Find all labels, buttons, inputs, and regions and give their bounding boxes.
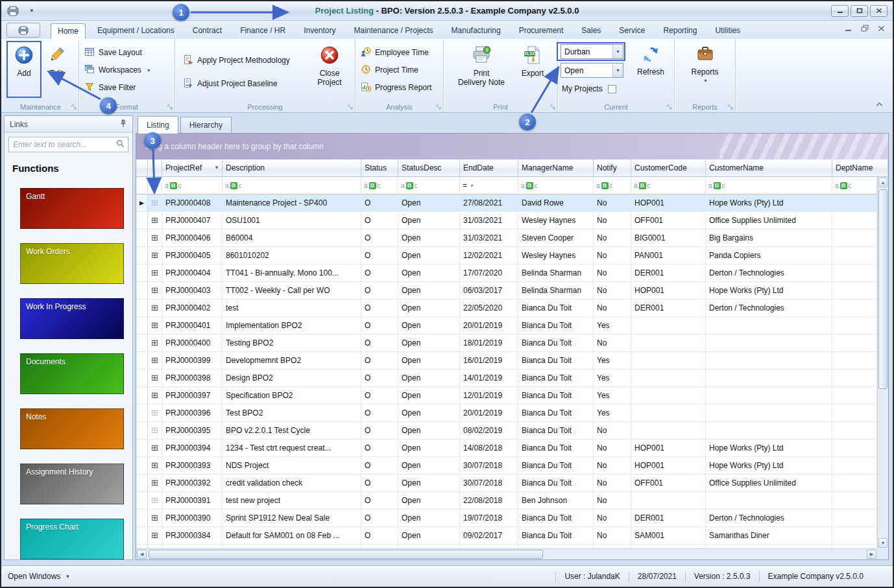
ribbon-tab-utilities[interactable]: Utilities <box>708 23 747 39</box>
application-button[interactable] <box>6 23 40 38</box>
table-row[interactable]: ⊞PRJ00003941234 - Test ctrt request crea… <box>136 440 877 457</box>
ribbon-tab-inventory[interactable]: Inventory <box>297 23 342 39</box>
horizontal-scrollbar-thumb[interactable] <box>149 550 543 559</box>
horizontal-scrollbar[interactable]: ◀ ▶ <box>136 548 877 559</box>
column-header-statusdesc[interactable]: StatusDesc <box>398 159 460 177</box>
expand-icon[interactable]: ⊞ <box>148 492 162 509</box>
employee-time-button[interactable]: Employee Time <box>361 45 443 60</box>
column-header-deptname[interactable]: DeptName <box>832 159 888 177</box>
expand-icon[interactable]: ⊞ <box>148 194 162 211</box>
collapse-ribbon-icon[interactable] <box>875 101 884 108</box>
expand-icon[interactable]: ⊞ <box>148 229 162 246</box>
print-delivery-note-button[interactable]: ? Print Delivery Note <box>455 39 507 112</box>
table-row[interactable]: ⊞PRJ0000406B60004OOpen31/03/2021Steven C… <box>136 229 877 247</box>
filter-cell-notify[interactable]: aBc <box>594 177 631 194</box>
vertical-scrollbar-thumb[interactable] <box>878 189 888 389</box>
pin-icon[interactable] <box>119 119 127 130</box>
chevron-down-icon[interactable]: ▼ <box>612 64 623 77</box>
table-row[interactable]: ⊞PRJ0000395BPO v2.2.0.1 Test CycleOOpen0… <box>136 422 877 440</box>
ribbon-tab-service[interactable]: Service <box>612 23 651 39</box>
scroll-left-icon[interactable]: ◀ <box>137 550 147 559</box>
expand-icon[interactable]: ⊞ <box>148 405 162 421</box>
my-projects-checkbox[interactable] <box>608 85 616 93</box>
add-button[interactable]: Add <box>8 39 40 112</box>
workspaces-button[interactable]: Workspaces ▼ <box>84 63 175 77</box>
expand-icon[interactable]: ⊞ <box>148 317 162 334</box>
column-header-customername[interactable]: CustomerName <box>706 159 832 177</box>
dialog-launcher-icon[interactable] <box>728 104 733 110</box>
reports-button[interactable]: Reports ▼ <box>688 39 723 112</box>
table-row[interactable]: ▶⊞PRJ0000408Maintenance Project - SP400O… <box>136 194 877 212</box>
function-button-notes[interactable]: Notes <box>20 408 124 449</box>
filter-cell-statusdesc[interactable]: aBc <box>398 177 460 194</box>
filter-cell-projectref[interactable]: aBc <box>162 177 223 194</box>
chevron-down-icon[interactable]: ▼ <box>612 45 623 58</box>
tab-listing[interactable]: Listing <box>138 116 178 134</box>
app-icon[interactable] <box>7 6 19 16</box>
expand-icon[interactable]: ⊞ <box>148 335 162 351</box>
ribbon-tab-home[interactable]: Home <box>51 23 86 39</box>
scroll-down-icon[interactable]: ▼ <box>878 538 888 548</box>
expand-icon[interactable]: ⊞ <box>148 527 162 544</box>
ribbon-tab-manufacturing[interactable]: Manufacturing <box>445 23 507 39</box>
ribbon-tab-reporting[interactable]: Reporting <box>657 23 703 39</box>
open-windows-button[interactable]: Open Windows ▼ <box>8 572 70 581</box>
table-row[interactable]: ⊞PRJ0000401Implementation BPO2OOpen20/01… <box>136 317 877 335</box>
table-row[interactable]: ⊞PRJ0000399Developmemnt BPO2OOpen16/01/2… <box>136 352 877 370</box>
table-row[interactable]: ⊞PRJ0000396Test BPO2OOpen20/01/2019Bianc… <box>136 405 877 422</box>
ribbon-tab-procurement[interactable]: Procurement <box>513 23 570 39</box>
save-layout-button[interactable]: Save Layout <box>84 45 175 60</box>
function-button-documents[interactable]: Documents <box>20 353 124 394</box>
table-row[interactable]: ⊞PRJ0000397Specification BPO2OOpen12/01/… <box>136 387 877 405</box>
column-header-description[interactable]: Description <box>223 159 361 177</box>
table-row[interactable]: ⊞PRJ0000393NDS ProjectOOpen30/07/2018Bia… <box>136 457 877 475</box>
filter-cell-customercode[interactable]: aBc <box>631 177 706 194</box>
table-row[interactable]: ⊞PRJ00004058601010202OOpen12/02/2021Wesl… <box>136 247 877 265</box>
function-button-work-orders[interactable]: Work Orders <box>20 243 124 284</box>
dialog-launcher-icon[interactable] <box>71 104 77 110</box>
scroll-up-icon[interactable]: ▲ <box>878 178 888 187</box>
table-row[interactable]: ⊞PRJ0000391test new projectOOpen22/08/20… <box>136 492 877 510</box>
table-row[interactable]: ⊞PRJ0000390Sprint SP1912 New Deal SaleOO… <box>136 510 877 527</box>
dialog-launcher-icon[interactable] <box>167 104 173 110</box>
search-icon[interactable] <box>116 139 125 150</box>
expand-icon[interactable]: ⊞ <box>148 265 162 281</box>
ribbon-tab-sales[interactable]: Sales <box>575 23 607 39</box>
filter-cell-customername[interactable]: aBc <box>706 177 832 194</box>
minimize-button[interactable] <box>831 5 849 17</box>
ribbon-tab-equipment-locations[interactable]: Equipment / Locations <box>91 23 181 39</box>
dialog-launcher-icon[interactable] <box>436 104 441 110</box>
mdi-restore-icon[interactable] <box>861 25 869 34</box>
expand-icon[interactable]: ⊞ <box>148 440 162 456</box>
scroll-right-icon[interactable]: ▶ <box>867 550 876 559</box>
mdi-minimize-icon[interactable] <box>845 25 852 34</box>
expand-icon[interactable]: ⊞ <box>148 422 162 439</box>
table-row[interactable]: ⊞PRJ0000398Design BPO2OOpen14/01/2019Bia… <box>136 370 877 387</box>
expand-icon[interactable]: ⊞ <box>148 387 162 404</box>
dialog-launcher-icon[interactable] <box>550 104 555 110</box>
table-row[interactable]: ⊞PRJ0000407OSU1001OOpen31/03/2021Wesley … <box>136 212 877 229</box>
column-header-managername[interactable]: ManagerName <box>518 159 594 177</box>
tab-hierarchy[interactable]: Hierarchy <box>180 117 232 133</box>
expand-icon[interactable]: ⊞ <box>148 370 162 386</box>
column-header-status[interactable]: Status <box>361 159 398 177</box>
filter-cell-description[interactable]: aBc <box>223 177 361 194</box>
project-time-button[interactable]: Project Time <box>361 63 443 77</box>
maximize-button[interactable] <box>851 5 868 17</box>
save-filter-button[interactable]: Save Filter <box>84 80 175 95</box>
table-row[interactable]: ⊞PRJ0000400Testing BPO2OOpen18/01/2019Bi… <box>136 335 877 352</box>
ribbon-tab-maintenance-projects[interactable]: Maintenance / Projects <box>348 23 440 39</box>
table-row[interactable]: ⊞PRJ0000402testOOpen22/05/2020Bianca Du … <box>136 300 877 317</box>
quick-access-caret-icon[interactable]: ▼ <box>29 8 34 14</box>
filter-cell-managername[interactable]: aBc <box>518 177 594 194</box>
column-header-enddate[interactable]: EndDate <box>460 159 518 177</box>
edit-button[interactable]: Edit <box>40 39 73 112</box>
table-row[interactable]: ⊞PRJ0000403TT002 - Weekly - Call per WOO… <box>136 282 877 300</box>
dialog-launcher-icon[interactable] <box>348 104 353 110</box>
expand-icon[interactable]: ⊞ <box>148 475 162 491</box>
function-button-progress-chart[interactable]: Progress Chart <box>20 519 124 559</box>
column-header-customercode[interactable]: CustomerCode <box>631 159 706 177</box>
expand-icon[interactable]: ⊞ <box>148 352 162 369</box>
function-button-assignment-history[interactable]: Assignment History <box>20 464 124 504</box>
refresh-button[interactable]: Refresh <box>632 44 670 112</box>
